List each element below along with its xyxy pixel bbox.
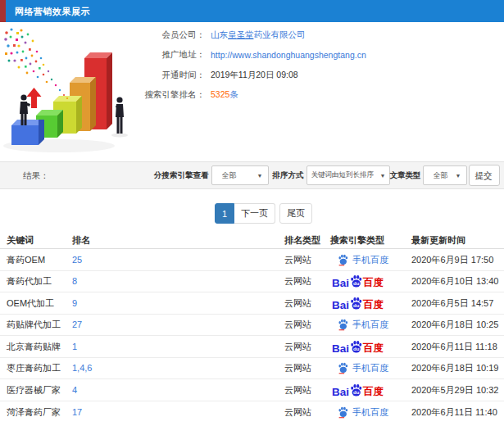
baidu-logo: Bai du 百度 xyxy=(332,383,384,397)
mobile-baidu-logo: 手机百度 xyxy=(338,362,388,374)
col-rank-type: 排名类型 xyxy=(284,234,320,247)
rankcount-label: 搜索引擎排名： xyxy=(0,89,205,101)
svg-text:du: du xyxy=(353,347,360,351)
chevron-down-icon: ▼ xyxy=(380,173,386,179)
url-row: 推广地址： http://www.shandonghuangshengtang.… xyxy=(0,45,504,65)
sort-label: 排序方式 xyxy=(273,170,304,181)
table-row: 医疗器械厂家 4 云网站 Bai du 百度 2020年5月29日 10:32 xyxy=(0,379,504,401)
header-red-accent xyxy=(0,0,6,22)
table-row: OEM代加工 9 云网站 Bai du 百度 2020年6月5日 14:57 xyxy=(0,292,504,315)
col-updated: 最新更新时间 xyxy=(411,234,465,247)
page-1-button[interactable]: 1 xyxy=(215,203,234,224)
company-label: 会员公司： xyxy=(0,29,205,41)
svg-text:du: du xyxy=(353,390,360,395)
rankcount-value: 5325条 xyxy=(211,89,238,101)
table-row: 膏药代加工 8 云网站 Bai du 百度 2020年6月10日 13:40 xyxy=(0,271,504,293)
pagination: 1 下一页 尾页 xyxy=(215,203,312,224)
svg-text:du: du xyxy=(353,281,360,286)
baidu-logo: Bai du 百度 xyxy=(332,339,384,353)
table-header: 关键词 排名 排名类型 搜索引擎类型 最新更新时间 xyxy=(0,232,504,249)
url-label: 推广地址： xyxy=(0,49,205,61)
opened-value: 2019年11月20日 09:08 xyxy=(211,70,298,81)
company-value[interactable]: 山东皇圣堂药业有限公司 xyxy=(211,29,306,41)
chevron-down-icon: ▼ xyxy=(257,173,263,179)
sort-select[interactable]: 关键词由短到长排序▼ xyxy=(306,165,390,185)
baidu-logo: Bai du 百度 xyxy=(332,274,384,288)
page-header: 网络营销效果展示 xyxy=(0,0,504,22)
col-engine-type: 搜索引擎类型 xyxy=(330,234,384,247)
page-title: 网络营销效果展示 xyxy=(15,6,90,18)
ranking-table: 关键词 排名 排名类型 搜索引擎类型 最新更新时间 膏药OEM 25 云网站 手… xyxy=(0,232,504,423)
opened-row: 开通时间： 2019年11月20日 09:08 xyxy=(0,66,504,85)
opened-label: 开通时间： xyxy=(0,70,205,81)
mobile-baidu-logo: 手机百度 xyxy=(338,319,388,331)
article-type-select[interactable]: 全部▼ xyxy=(423,165,467,185)
mobile-baidu-logo: 手机百度 xyxy=(338,253,388,265)
result-label: 结果： xyxy=(23,170,49,182)
engine-filter-label: 分搜索引擎查看 xyxy=(154,170,209,181)
svg-text:du: du xyxy=(353,303,360,308)
rankcount-row: 搜索引擎排名： 5325条 xyxy=(0,85,504,105)
member-info-panel: 会员公司： 山东皇圣堂药业有限公司 推广地址： http://www.shand… xyxy=(0,25,504,105)
article-type-label: 文章类型 xyxy=(390,170,421,181)
filter-bar: 结果： 分搜索引擎查看 全部▼ 排序方式 关键词由短到长排序▼ 文章类型 全部▼… xyxy=(0,161,504,189)
table-row: 膏药OEM 25 云网站 手机百度 2020年6月9日 17:50 xyxy=(0,249,504,271)
baidu-logo: Bai du 百度 xyxy=(332,296,384,310)
mobile-baidu-logo: 手机百度 xyxy=(338,406,388,418)
promo-url-link[interactable]: http://www.shandonghuangshengtang.cn xyxy=(211,50,366,60)
engine-select[interactable]: 全部▼ xyxy=(211,165,269,185)
table-row: 药贴牌代加工 27 云网站 手机百度 2020年6月18日 10:25 xyxy=(0,315,504,337)
next-page-button[interactable]: 下一页 xyxy=(234,203,275,224)
table-row: 北京膏药贴牌 1 云网站 Bai du 百度 2020年6月11日 11:18 xyxy=(0,336,504,358)
col-rank: 排名 xyxy=(72,234,90,247)
submit-button[interactable]: 提交 xyxy=(469,165,500,186)
chevron-down-icon: ▼ xyxy=(456,173,461,179)
company-row: 会员公司： 山东皇圣堂药业有限公司 xyxy=(0,25,504,45)
col-keyword: 关键词 xyxy=(7,234,34,247)
last-page-button[interactable]: 尾页 xyxy=(279,203,312,224)
table-row: 菏泽膏药厂家 17 云网站 手机百度 2020年6月11日 11:40 xyxy=(0,401,504,424)
filter-controls: 分搜索引擎查看 全部▼ 排序方式 关键词由短到长排序▼ 文章类型 全部▼ 提交 xyxy=(154,162,500,188)
table-row: 枣庄膏药加工 1,4,6 云网站 手机百度 2020年6月18日 10:19 xyxy=(0,358,504,380)
